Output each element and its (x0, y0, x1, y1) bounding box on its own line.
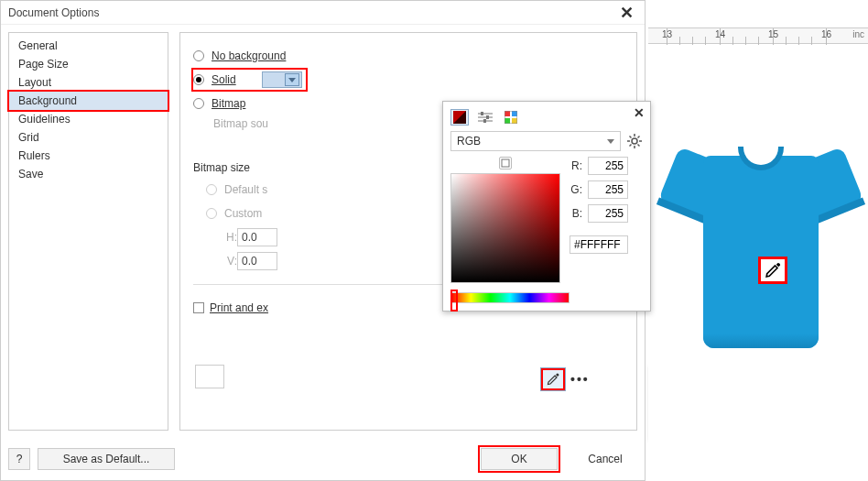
g-label: G: (570, 183, 582, 196)
canvas-area: 13 14 15 16 inc (648, 0, 868, 481)
nav-item-layout[interactable]: Layout (9, 73, 168, 92)
more-options-icon[interactable]: ••• (570, 372, 590, 387)
svg-line-20 (638, 137, 640, 138)
no-background-label: No background (212, 49, 286, 62)
color-field[interactable] (450, 173, 560, 283)
save-default-button[interactable]: Save as Default... (38, 448, 175, 470)
hex-input[interactable] (570, 235, 628, 254)
color-model-select[interactable]: RGB (450, 131, 621, 151)
radio-bitmap[interactable] (193, 98, 204, 109)
eyedropper-button[interactable] (541, 368, 565, 390)
tab-palettes-icon[interactable] (502, 109, 520, 126)
b-label: B: (570, 207, 582, 220)
g-input[interactable] (588, 180, 628, 199)
color-model-value: RGB (457, 135, 481, 148)
radio-solid[interactable] (193, 74, 204, 85)
color-picker-popup: ✕ (442, 101, 651, 312)
v-input (237, 252, 277, 270)
solid-row-highlight: Solid (191, 68, 308, 92)
hue-slider[interactable] (450, 292, 570, 303)
ok-button[interactable]: OK (481, 448, 558, 470)
eyedropper-cursor-icon (758, 257, 787, 284)
svg-rect-7 (505, 111, 510, 116)
b-input[interactable] (588, 204, 628, 223)
ruler-mark: 15 (768, 29, 778, 39)
ruler-mark: 14 (715, 29, 725, 39)
print-export-label: Print and ex (210, 301, 268, 314)
svg-rect-21 (502, 159, 509, 167)
svg-line-17 (630, 137, 632, 138)
h-input (237, 228, 277, 246)
svg-rect-2 (481, 112, 483, 115)
tab-color-viewer-icon[interactable] (450, 109, 469, 126)
svg-line-18 (638, 145, 640, 147)
ruler-mark: 13 (662, 29, 672, 39)
radio-default-size (206, 184, 217, 195)
ruler-mark: 16 (821, 29, 831, 39)
h-label: H: (224, 231, 237, 244)
horizontal-ruler: 13 14 15 16 inc (648, 27, 868, 44)
tshirt-image (665, 119, 857, 376)
preview-swatch (195, 365, 224, 388)
radio-no-background[interactable] (193, 50, 204, 61)
solid-label: Solid (212, 73, 236, 86)
nav-item-grid[interactable]: Grid (9, 128, 168, 147)
solid-color-dropdown[interactable] (262, 71, 302, 88)
gear-icon[interactable] (626, 133, 643, 149)
custom-size-label: Custom (224, 207, 262, 220)
r-label: R: (570, 159, 582, 172)
content-panel: No background Solid Bitmap Bitmap sou (179, 32, 637, 431)
svg-rect-8 (512, 111, 517, 116)
nav-item-rulers[interactable]: Rulers (9, 147, 168, 165)
svg-point-12 (632, 138, 637, 144)
v-label: V: (224, 255, 237, 268)
r-input[interactable] (588, 157, 628, 175)
nav-item-guidelines[interactable]: Guidelines (9, 110, 168, 128)
bitmap-label: Bitmap (212, 97, 245, 110)
nav-sidebar: General Page Size Layout Background Guid… (8, 32, 168, 431)
dialog-footer: ? Save as Default... OK Cancel (1, 438, 645, 480)
document-options-dialog: Document Options ✕ General Page Size Lay… (0, 0, 646, 481)
svg-line-19 (630, 145, 632, 147)
ruler-unit: inc (852, 29, 864, 39)
nav-item-save[interactable]: Save (9, 165, 168, 183)
nav-item-general[interactable]: General (9, 37, 168, 55)
help-button[interactable]: ? (8, 448, 30, 470)
tab-sliders-icon[interactable] (476, 109, 494, 126)
chevron-down-icon (285, 73, 299, 86)
titlebar: Document Options ✕ (1, 1, 645, 25)
radio-custom-size (206, 208, 217, 219)
checkbox-print-export[interactable] (193, 302, 204, 313)
default-size-label: Default s (224, 183, 267, 196)
ok-highlight: OK (478, 445, 560, 473)
swap-color-icon[interactable] (499, 157, 512, 169)
picker-close-icon[interactable]: ✕ (634, 105, 645, 120)
svg-rect-9 (505, 118, 510, 124)
svg-rect-4 (486, 115, 489, 119)
nav-item-background[interactable]: Background (7, 90, 169, 112)
close-icon[interactable]: ✕ (613, 3, 641, 23)
cancel-button[interactable]: Cancel (573, 448, 637, 470)
dialog-title: Document Options (8, 6, 613, 19)
svg-rect-6 (483, 119, 486, 123)
svg-rect-10 (512, 118, 517, 124)
nav-item-page-size[interactable]: Page Size (9, 55, 168, 73)
